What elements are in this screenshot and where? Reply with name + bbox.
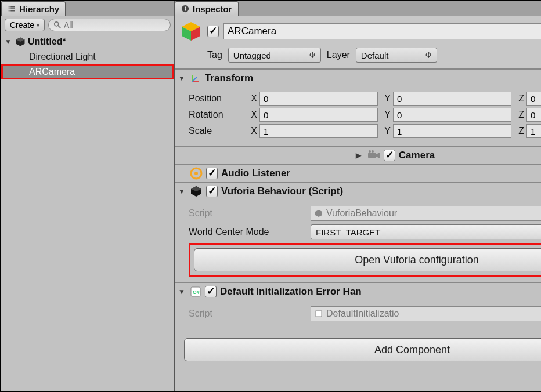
vuforia-enabled-checkbox[interactable] — [206, 186, 218, 197]
tab-hierarchy-label: Hierarchy — [19, 4, 59, 14]
svg-line-1 — [58, 26, 60, 28]
inspector-tabbar: Inspector — [175, 1, 541, 16]
transform-rotation-row: Rotation X Y Z — [189, 108, 541, 122]
camera-icon — [367, 150, 380, 161]
tab-inspector[interactable]: Inspector — [175, 1, 239, 16]
add-component-region: Add Component — [175, 331, 541, 368]
add-component-button[interactable]: Add Component — [184, 338, 541, 361]
scale-x[interactable] — [259, 124, 378, 138]
inspector-panel: Inspector Static ▼ Tag — [175, 1, 541, 391]
list-icon — [8, 5, 16, 13]
svg-text:C#: C# — [193, 289, 200, 295]
info-icon — [181, 5, 189, 13]
svg-marker-22 — [315, 210, 322, 217]
inspector-header: Static ▼ Tag Untagged Layer Default — [175, 16, 541, 69]
vuforia-icon — [190, 185, 203, 198]
foldout-icon[interactable] — [356, 151, 364, 159]
script-ref-icon — [315, 209, 323, 217]
svg-point-19 — [194, 172, 198, 175]
component-camera: Camera ? ✿⁎ — [175, 146, 541, 164]
csharp-script-icon: C# — [190, 286, 201, 297]
component-title: Camera — [399, 150, 435, 161]
svg-point-16 — [369, 150, 371, 153]
audio-listener-icon — [190, 167, 203, 180]
open-vuforia-highlight: Open Vuforia configuration — [189, 243, 541, 277]
transform-scale-row: Scale X Y Z — [189, 124, 541, 138]
world-center-mode-dropdown[interactable]: FIRST_TARGET — [311, 224, 541, 239]
svg-line-13 — [192, 77, 197, 82]
script-row: Script VuforiaBehaviour — [189, 206, 541, 221]
hierarchy-item-label: ARCamera — [29, 67, 75, 77]
transform-position-row: Position X Y Z — [189, 92, 541, 106]
active-checkbox[interactable] — [207, 26, 219, 37]
tag-label: Tag — [207, 50, 222, 60]
foldout-icon[interactable] — [178, 187, 186, 195]
component-default-init-error-handler: C# Default Initialization Error Han ? ✿⁎… — [175, 282, 541, 331]
svg-rect-5 — [185, 8, 186, 10]
hierarchy-tree: Untitled* Directional Light ARCamera — [1, 34, 174, 391]
foldout-icon[interactable] — [178, 74, 186, 82]
layer-dropdown[interactable]: Default — [356, 48, 437, 63]
svg-rect-25 — [316, 311, 322, 317]
scene-row[interactable]: Untitled* — [1, 34, 174, 49]
camera-enabled-checkbox[interactable] — [384, 150, 395, 161]
rotation-z[interactable] — [526, 108, 541, 122]
open-vuforia-config-button[interactable]: Open Vuforia configuration — [194, 248, 541, 271]
unity-logo-icon — [15, 37, 26, 47]
tag-dropdown[interactable]: Untagged — [228, 48, 321, 63]
component-title: Audio Listener — [221, 168, 290, 179]
gameobject-icon — [179, 20, 203, 43]
object-name-field[interactable] — [223, 23, 541, 39]
scale-z[interactable] — [526, 124, 541, 138]
search-input[interactable] — [64, 20, 165, 30]
svg-rect-6 — [185, 7, 186, 8]
tab-hierarchy[interactable]: Hierarchy — [1, 1, 66, 16]
svg-point-17 — [372, 150, 374, 153]
foldout-icon[interactable] — [5, 38, 13, 46]
rotation-x[interactable] — [259, 108, 378, 122]
component-audio-listener: Audio Listener ? ✿⁎ — [175, 164, 541, 182]
position-z[interactable] — [526, 92, 541, 106]
position-y[interactable] — [393, 92, 511, 106]
scale-y[interactable] — [393, 124, 511, 138]
script-row: Script DefaultInitializatio — [189, 306, 541, 321]
rotation-y[interactable] — [393, 108, 511, 122]
position-x[interactable] — [259, 92, 378, 106]
svg-marker-15 — [376, 153, 380, 158]
hierarchy-tabbar: Hierarchy — [1, 1, 174, 16]
audio-enabled-checkbox[interactable] — [206, 168, 218, 179]
script-ref-icon — [315, 310, 323, 318]
hierarchy-item-directional-light[interactable]: Directional Light — [1, 49, 174, 64]
hierarchy-item-arcamera[interactable]: ARCamera — [1, 64, 174, 79]
svg-rect-14 — [368, 153, 376, 158]
foldout-icon[interactable] — [178, 288, 186, 296]
tab-inspector-label: Inspector — [193, 4, 232, 14]
component-title: Transform — [205, 72, 253, 84]
script-object-field[interactable]: DefaultInitializatio — [311, 306, 541, 321]
svg-point-0 — [55, 22, 59, 26]
script-object-field[interactable]: VuforiaBehaviour — [311, 206, 541, 221]
component-title: Vuforia Behaviour (Script) — [221, 186, 343, 197]
search-field-wrap[interactable] — [48, 19, 171, 31]
component-vuforia-behaviour: Vuforia Behaviour (Script) ? ✿⁎ Script V… — [175, 182, 541, 282]
create-button[interactable]: Create — [5, 19, 45, 31]
search-icon — [53, 21, 62, 29]
component-title: Default Initialization Error Han — [220, 286, 362, 297]
component-transform: Transform ? ✿⁎ Position X Y Z Rotation X… — [175, 69, 541, 146]
world-center-mode-row: World Center Mode FIRST_TARGET — [189, 224, 541, 239]
scene-name: Untitled* — [28, 37, 66, 47]
hierarchy-panel: Hierarchy Create Untitled* Directional L… — [1, 1, 175, 391]
default-init-enabled-checkbox[interactable] — [205, 286, 217, 297]
create-label: Create — [10, 20, 34, 30]
hierarchy-item-label: Directional Light — [29, 52, 96, 62]
hierarchy-toolbar: Create — [1, 16, 174, 34]
layer-label: Layer — [327, 50, 350, 60]
transform-icon — [190, 72, 201, 84]
